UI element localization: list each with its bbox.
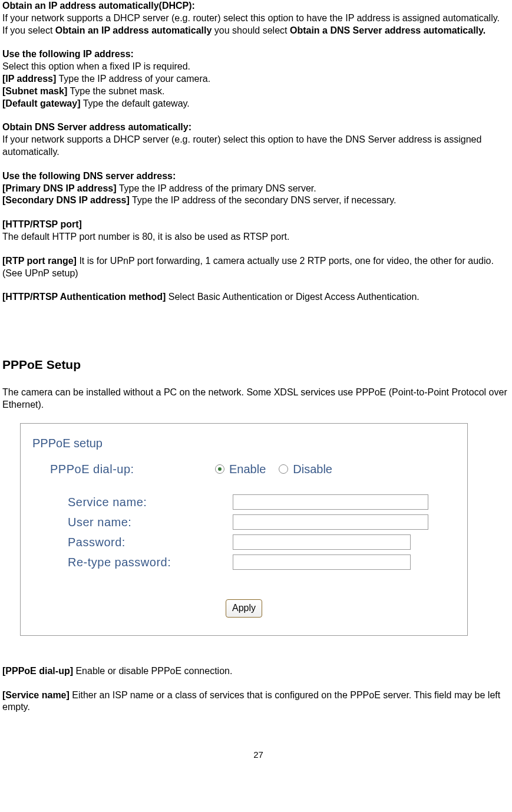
enable-label: Enable [229, 461, 266, 477]
text: Type the IP address of the primary DNS s… [117, 183, 316, 193]
pppoe-dialup-desc: [PPPoE dial-up] Enable or disable PPPoE … [2, 665, 512, 678]
text: you should select [212, 25, 290, 35]
text: Type the IP address of your camera. [56, 74, 210, 84]
apply-button[interactable]: Apply [226, 599, 262, 618]
dhcp-desc-2: If you select Obtain an IP address autom… [2, 25, 512, 37]
password-label: Password: [32, 534, 233, 550]
subnet-line: [Subnet mask] Type the subnet mask. [2, 85, 512, 98]
secondary-dns-line: [Secondary DNS IP address] Type the IP a… [2, 194, 512, 207]
pppoe-enable-radio[interactable] [215, 464, 224, 474]
service-name-input[interactable] [233, 494, 428, 510]
dns-auto-desc: If your network supports a DHCP server (… [2, 134, 512, 159]
text: It is for UPnP port forwarding, 1 camera… [2, 256, 494, 278]
pppoe-setup-heading: PPPoE Setup [2, 357, 512, 372]
static-ip-heading: Use the following IP address: [2, 49, 134, 59]
dns-auto-heading: Obtain DNS Server address automatically: [2, 122, 191, 132]
text-bold: Obtain an IP address automatically [55, 25, 212, 35]
dhcp-heading: Obtain an IP address automatically(DHCP)… [2, 1, 195, 11]
text: Type the default gateway. [80, 98, 189, 108]
label: [RTP port range] [2, 256, 77, 266]
pppoe-intro: The camera can be installed without a PC… [2, 387, 512, 411]
label: [Secondary DNS IP address] [2, 195, 130, 205]
label: [Service name] [2, 690, 70, 700]
auth-method-line: [HTTP/RTSP Authentication method] Select… [2, 291, 512, 303]
dns-static-heading: Use the following DNS server address: [2, 171, 176, 181]
http-port-desc: The default HTTP port number is 80, it i… [2, 231, 512, 243]
rtp-port-line: [RTP port range] It is for UPnP port for… [2, 255, 512, 280]
pppoe-setup-panel: PPPoE setup PPPoE dial-up: Enable Disabl… [20, 423, 468, 636]
user-name-input[interactable] [233, 514, 428, 530]
label: [IP address] [2, 74, 56, 84]
text: Type the IP address of the secondary DNS… [130, 195, 397, 205]
static-ip-desc: Select this option when a fixed IP is re… [2, 61, 512, 73]
user-name-label: User name: [32, 514, 233, 530]
ip-address-line: [IP address] Type the IP address of your… [2, 73, 512, 85]
text: If you select [2, 25, 55, 35]
label: [PPPoE dial-up] [2, 666, 73, 676]
pppoe-disable-radio[interactable] [279, 464, 288, 474]
pppoe-panel-title: PPPoE setup [32, 435, 455, 451]
retype-password-label: Re-type password: [32, 554, 233, 570]
label: [HTTP/RTSP Authentication method] [2, 292, 166, 302]
dhcp-desc-1: If your network supports a DHCP server (… [2, 12, 512, 25]
page-number: 27 [2, 749, 512, 761]
text-bold: Obtain a DNS Server address automaticall… [290, 25, 485, 35]
service-name-desc: [Service name] Either an ISP name or a c… [2, 689, 512, 714]
pppoe-dialup-label: PPPoE dial-up: [32, 461, 215, 477]
password-input[interactable] [233, 534, 411, 550]
text: Either an ISP name or a class of service… [2, 690, 500, 712]
retype-password-input[interactable] [233, 554, 411, 570]
text: Type the subnet mask. [67, 86, 164, 96]
text: Enable or disable PPPoE connection. [73, 666, 232, 676]
disable-label: Disable [293, 461, 332, 477]
label: [Default gateway] [2, 98, 80, 108]
http-port-heading: [HTTP/RTSP port] [2, 219, 82, 229]
service-name-label: Service name: [32, 494, 233, 510]
gateway-line: [Default gateway] Type the default gatew… [2, 98, 512, 110]
label: [Subnet mask] [2, 86, 67, 96]
label: [Primary DNS IP address] [2, 183, 117, 193]
primary-dns-line: [Primary DNS IP address] Type the IP add… [2, 183, 512, 195]
text: Select Basic Authentication or Digest Ac… [166, 292, 419, 302]
